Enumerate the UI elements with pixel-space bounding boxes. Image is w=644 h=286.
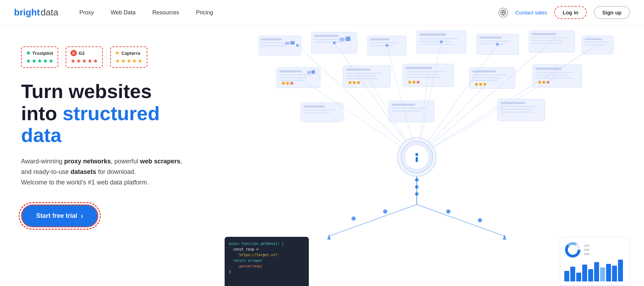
logo-data: data: [41, 7, 59, 18]
svg-point-106: [496, 43, 499, 46]
svg-rect-37: [279, 74, 313, 76]
nav-pricing[interactable]: Pricing: [196, 9, 213, 16]
nav-resources[interactable]: Resources: [152, 9, 179, 16]
svg-rect-47: [346, 72, 383, 74]
svg-rect-16: [370, 45, 393, 46]
svg-point-105: [440, 40, 443, 43]
code-line: async function getData() {: [229, 241, 305, 247]
svg-rect-84: [392, 110, 421, 112]
svg-point-120: [352, 216, 356, 221]
star: ★: [71, 58, 75, 64]
start-free-trial-button[interactable]: Start free trial ›: [21, 204, 98, 227]
svg-rect-48: [346, 75, 377, 77]
svg-point-67: [479, 83, 482, 86]
svg-rect-62: [472, 70, 496, 72]
code-line: return scraper: [229, 258, 305, 264]
svg-rect-82: [392, 104, 416, 106]
contact-sales-link[interactable]: Contact sales: [515, 9, 547, 15]
svg-point-103: [333, 41, 336, 44]
nav-proxy[interactable]: Proxy: [79, 9, 94, 16]
svg-rect-49: [346, 78, 379, 79]
svg-rect-4: [261, 45, 287, 46]
svg-rect-83: [392, 108, 427, 109]
svg-point-102: [296, 44, 299, 47]
headline-line2-prefix: into: [21, 102, 62, 124]
hero-subtext: Award-winning proxy networks, powerful w…: [21, 156, 197, 188]
svg-line-117: [417, 204, 505, 236]
star: ★: [93, 58, 98, 64]
code-line: .parse(resp): [229, 264, 305, 269]
svg-point-115: [415, 192, 419, 196]
svg-rect-34: [585, 44, 606, 46]
svg-rect-55: [406, 71, 446, 72]
svg-rect-6: [291, 41, 295, 45]
svg-point-114: [415, 185, 419, 189]
svg-rect-20: [420, 41, 451, 42]
svg-point-121: [383, 209, 387, 214]
svg-point-110: [416, 153, 418, 156]
capterra-icon: ➤: [115, 50, 120, 56]
signup-button[interactable]: Sign up: [594, 6, 630, 19]
trustpilot-icon: ★: [26, 50, 31, 56]
svg-marker-119: [503, 234, 506, 240]
star: ★: [138, 58, 142, 64]
svg-rect-41: [312, 70, 315, 74]
star: ★: [43, 58, 48, 64]
svg-rect-24: [479, 40, 511, 42]
svg-rect-72: [536, 74, 568, 76]
svg-rect-10: [314, 41, 344, 43]
svg-point-59: [413, 81, 416, 84]
nav-web-data[interactable]: Web Data: [111, 9, 135, 16]
g2-label: G2: [79, 51, 85, 56]
hero-headline: Turn websites into structured data: [21, 80, 204, 147]
chart-bar: [576, 273, 581, 281]
svg-rect-64: [472, 77, 502, 78]
svg-point-123: [478, 218, 482, 222]
svg-rect-21: [420, 44, 455, 45]
badge-separator: [106, 48, 107, 66]
svg-rect-25: [479, 43, 506, 45]
svg-point-42: [282, 82, 285, 85]
svg-rect-33: [585, 41, 609, 43]
svg-rect-65: [472, 80, 499, 81]
svg-rect-78: [304, 105, 325, 108]
capterra-title: ➤ Capterra: [115, 50, 140, 56]
chart-bar: [612, 266, 617, 281]
star: ★: [76, 58, 81, 64]
stat-label: 556: [584, 252, 589, 256]
svg-rect-23: [479, 37, 502, 39]
svg-rect-32: [585, 38, 602, 40]
svg-rect-5: [285, 42, 290, 45]
chart-bar: [594, 262, 599, 281]
svg-rect-56: [406, 74, 439, 75]
web-scrapers-text: web scrapers: [140, 158, 180, 165]
nav-links: Proxy Web Data Resources Pricing: [79, 9, 498, 16]
star: ★: [115, 58, 120, 64]
language-selector[interactable]: [498, 8, 508, 18]
svg-point-52: [357, 81, 360, 84]
svg-rect-36: [279, 70, 302, 72]
chart-bar: [564, 271, 569, 281]
login-button[interactable]: Log in: [554, 6, 587, 19]
headline-line1: Turn websites: [21, 80, 152, 102]
chart-bar: [582, 265, 587, 281]
svg-point-51: [353, 81, 356, 84]
star: ★: [126, 58, 131, 64]
svg-rect-28: [532, 37, 567, 38]
chart-bar: [606, 264, 611, 281]
g2-badge: G G2 ★ ★ ★ ★ ★: [66, 46, 103, 68]
svg-point-60: [417, 81, 420, 84]
svg-rect-80: [304, 112, 330, 113]
proxy-networks-text: proxy networks: [64, 158, 111, 165]
svg-rect-11: [340, 38, 345, 41]
nav-right: Contact sales Log in Sign up: [498, 6, 630, 19]
svg-point-66: [475, 83, 478, 86]
svg-rect-88: [500, 109, 531, 110]
svg-rect-111: [416, 157, 418, 162]
stat-label: 125: [584, 244, 589, 247]
svg-rect-79: [304, 109, 336, 111]
logo[interactable]: bright data: [14, 7, 58, 18]
svg-point-104: [386, 44, 389, 47]
cta-label: Start free trial: [36, 212, 77, 220]
svg-rect-71: [536, 72, 574, 73]
